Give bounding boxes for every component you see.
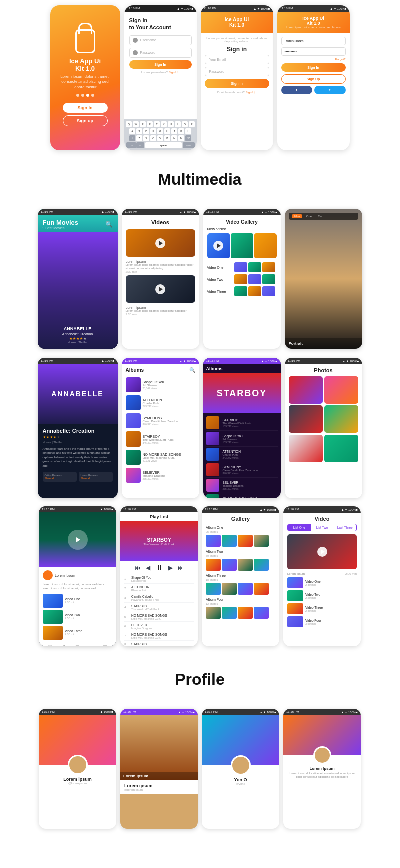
ice-signup-action[interactable]: Sign Up [246, 91, 256, 94]
key-a[interactable]: A [130, 128, 136, 134]
gt-6[interactable] [262, 274, 276, 284]
skip-back-btn[interactable]: ⏮ [135, 564, 141, 571]
filter-tag-all[interactable]: Filter [292, 214, 302, 218]
photo-cell-5[interactable] [289, 435, 323, 462]
signup-link[interactable]: Sign Up [169, 71, 180, 74]
video-list-1[interactable]: Video One 2:30 min [43, 594, 112, 608]
key-h[interactable]: H [164, 128, 170, 134]
key-shift[interactable]: ⇧ [130, 135, 136, 141]
starboy-track-4[interactable]: SYMPHONY Clean Bandit Feat Zara Larss 34… [206, 462, 278, 478]
gt-7[interactable] [234, 286, 248, 296]
album-item-1[interactable]: Shape Of You Ed Sheeran 23,342 views [122, 376, 200, 394]
ice-signin-btn[interactable]: Sign in [205, 79, 270, 88]
photo-cell-3[interactable] [289, 405, 323, 433]
mushroom-play-circle[interactable] [68, 530, 88, 550]
album-item-2[interactable]: ATTENTION Charlie Puth 243,242 views [122, 394, 200, 412]
key-x[interactable]: X [144, 135, 150, 141]
photo-cell-1[interactable] [289, 376, 323, 404]
key-g[interactable]: G [158, 128, 164, 134]
signin-button[interactable]: Sign In [63, 103, 108, 113]
video-tab-item-1[interactable]: Video One 2:30 min [284, 576, 361, 589]
twitter-btn[interactable]: t [314, 86, 346, 94]
video-thumb-2[interactable] [126, 275, 196, 303]
key-b[interactable]: B [164, 135, 170, 141]
video-tab-item-2[interactable]: Video Two 2:20 min [284, 589, 361, 602]
video-main-play[interactable] [318, 547, 328, 557]
starboy-track-5[interactable]: BELIEVER Imagine Dragons 235,321 views [206, 478, 278, 493]
gallery-play-1[interactable] [214, 241, 224, 251]
password-value-field[interactable]: •••••••••• [282, 47, 346, 56]
album-item-6[interactable]: BELIEVER Imagine Dragons 235,321 views [122, 466, 200, 484]
video-main-thumb[interactable] [288, 534, 357, 569]
video-tab-item-4[interactable]: Video Four 3:50 min [284, 615, 361, 628]
ice-password-input[interactable]: Password [205, 67, 270, 76]
signin-btn-orange[interactable]: Sign In [130, 60, 192, 69]
key-l[interactable]: L [186, 128, 192, 134]
track-6[interactable]: 6 BELIEVER Imagine Dragons [124, 622, 194, 631]
keyboard[interactable]: Q W E R T Y U I O P A S D F G H J K L [124, 119, 197, 150]
ga-album-1[interactable]: Album One 25 photos [202, 525, 280, 548]
track-1[interactable]: 1 Shape Of You Ed Sheeran [124, 574, 194, 584]
ga-album-4[interactable]: Album Four 12 photos [202, 597, 280, 620]
key-emoji[interactable]: ☺ [136, 142, 144, 148]
track-8[interactable]: 8 STAIRBOY [124, 641, 194, 646]
critics-review-box[interactable]: Critics Reviews Show all [43, 472, 77, 482]
filter-tag-two[interactable]: Two [316, 214, 326, 218]
ga-album-2[interactable]: Album Two 30 photos [202, 549, 280, 572]
track-5[interactable]: 5 NO MORE SAD SONGS Little Mix, Machine … [124, 612, 194, 622]
password-input-row[interactable]: Password [130, 48, 192, 58]
key-t[interactable]: T [154, 121, 160, 127]
video-list-3[interactable]: Video Three 2:30 min [43, 626, 112, 640]
filter-tag-one[interactable]: One [304, 214, 314, 218]
starboy-track-1[interactable]: STARBOY The Weeknd/Daft Punk 103,242 vie… [206, 415, 278, 431]
key-return[interactable]: return [183, 142, 195, 148]
play-btn-2[interactable] [156, 284, 166, 294]
photo-cell-2[interactable] [324, 376, 358, 404]
gt-3[interactable] [262, 262, 276, 272]
play-pause-btn[interactable]: ⏸ [156, 563, 164, 572]
key-space[interactable]: space [146, 142, 182, 148]
key-v[interactable]: V [158, 135, 164, 141]
key-c[interactable]: C [150, 135, 156, 141]
share-icon[interactable]: ⤴ [63, 644, 66, 646]
photo-cell-6[interactable] [324, 435, 358, 462]
signup-button[interactable]: Sign up [63, 115, 108, 126]
track-3[interactable]: 3 Camila Cabello Havana ft. Young Thug [124, 593, 194, 603]
video-tab-item-3[interactable]: Video Three 2:80 min [284, 602, 361, 615]
gt-8[interactable] [248, 286, 262, 296]
key-k[interactable]: K [178, 128, 184, 134]
key-n[interactable]: N [172, 135, 178, 141]
album-item-5[interactable]: NO MORE SAD SONGS Little Mix, Machine Gu… [122, 448, 200, 466]
search-icon[interactable]: 🔍 [106, 221, 113, 228]
forgot-link[interactable]: Forgot? [282, 58, 346, 61]
key-o[interactable]: O [182, 121, 188, 127]
photo-cell-4[interactable] [324, 405, 358, 433]
users-review-box[interactable]: User's Reviews Show all [79, 472, 113, 482]
album-item-3[interactable]: SYMPHONY Clean Bandit Feat Zara Lar 346,… [122, 412, 200, 430]
music-icon[interactable]: ♪ [90, 644, 92, 646]
key-123[interactable]: 123 [126, 142, 136, 148]
starboy-track-2[interactable]: Shape Of You Ed Sheeran 103,242 views [206, 431, 278, 447]
track-7[interactable]: 7 NO MORE SAD SONGS Little Mix, Machine … [124, 631, 194, 641]
ga-album-3[interactable]: Album Three 18 photos [202, 573, 280, 596]
key-delete[interactable]: ⌫ [186, 135, 192, 141]
tab-list-one[interactable]: List One [288, 524, 311, 531]
key-d[interactable]: D [144, 128, 150, 134]
album-item-4[interactable]: STAIRBOY The Weeknd/Daft Punk 346,321 vi… [122, 430, 200, 448]
gt-2[interactable] [248, 262, 262, 272]
gt-4[interactable] [234, 274, 248, 284]
track-4[interactable]: 4 STAIRBOY The Weeknd/Daft Punk [124, 603, 194, 612]
key-p[interactable]: P [189, 121, 195, 127]
skip-fwd-btn[interactable]: ⏭ [178, 564, 184, 571]
starboy-track-6[interactable]: NO MORE SAD SONGS Little Mix, Machine Gu… [206, 493, 278, 498]
video-thumb-1[interactable] [126, 229, 196, 257]
next-btn[interactable]: ▶ [168, 564, 173, 571]
play-btn-1[interactable] [156, 238, 166, 248]
gt-9[interactable] [262, 286, 276, 296]
key-u[interactable]: U [168, 121, 174, 127]
starboy-track-3[interactable]: ATTENTION Charlie Puth 243,242 views [206, 447, 278, 462]
key-s[interactable]: S [136, 128, 142, 134]
facebook-btn[interactable]: f [282, 86, 313, 94]
key-y[interactable]: Y [161, 121, 167, 127]
key-m[interactable]: M [178, 135, 184, 141]
